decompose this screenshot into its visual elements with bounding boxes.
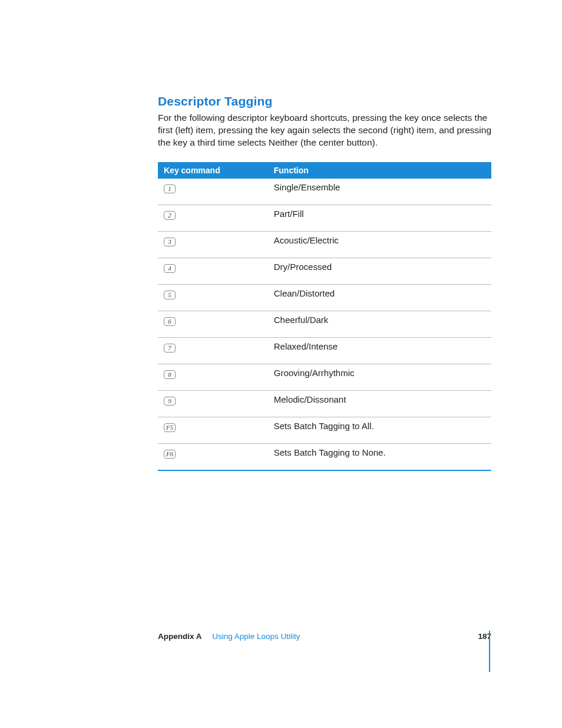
page-content: Descriptor Tagging For the following des… xyxy=(158,94,491,471)
keycap-icon: 2 xyxy=(164,211,176,220)
table-row: 6 Cheerful/Dark xyxy=(158,311,491,337)
keycap-icon: F6 xyxy=(164,450,176,459)
function-cell: Relaxed/Intense xyxy=(268,337,491,364)
col-header-function: Function xyxy=(268,162,491,179)
table-row: 8 Grooving/Arrhythmic xyxy=(158,364,491,390)
function-cell: Cheerful/Dark xyxy=(268,311,491,337)
keycap-icon: 7 xyxy=(164,344,176,353)
table-row: F5 Sets Batch Tagging to All. xyxy=(158,417,491,443)
keycap-icon: 8 xyxy=(164,370,176,379)
keycap-icon: 1 xyxy=(164,185,176,193)
keycap-icon: 4 xyxy=(164,264,176,273)
table-row: 5 Clean/Distorted xyxy=(158,284,491,311)
table-row: 3 Acoustic/Electric xyxy=(158,231,491,258)
col-header-key: Key command xyxy=(158,162,268,179)
function-cell: Dry/Processed xyxy=(268,258,491,284)
section-heading: Descriptor Tagging xyxy=(158,94,491,108)
function-cell: Clean/Distorted xyxy=(268,284,491,311)
keycap-icon: 9 xyxy=(164,397,176,406)
function-cell: Grooving/Arrhythmic xyxy=(268,364,491,390)
table-row: 2 Part/Fill xyxy=(158,205,491,231)
function-cell: Sets Batch Tagging to None. xyxy=(268,443,491,470)
table-row: 4 Dry/Processed xyxy=(158,258,491,284)
keycap-icon: F5 xyxy=(164,423,176,432)
keycap-icon: 3 xyxy=(164,238,176,246)
appendix-title: Using Apple Loops Utility xyxy=(212,632,300,641)
keycap-icon: 5 xyxy=(164,291,176,299)
function-cell: Part/Fill xyxy=(268,205,491,231)
intro-paragraph: For the following descriptor keyboard sh… xyxy=(158,112,491,149)
page-footer: 187 Appendix A Using Apple Loops Utility xyxy=(158,632,491,641)
function-cell: Melodic/Dissonant xyxy=(268,390,491,417)
function-cell: Acoustic/Electric xyxy=(268,231,491,258)
table-row: 7 Relaxed/Intense xyxy=(158,337,491,364)
table-row: F6 Sets Batch Tagging to None. xyxy=(158,443,491,470)
table-row: 9 Melodic/Dissonant xyxy=(158,390,491,417)
footer-side-rule xyxy=(489,631,490,672)
function-cell: Sets Batch Tagging to All. xyxy=(268,417,491,443)
function-cell: Single/Ensemble xyxy=(268,179,491,205)
table-row: 1 Single/Ensemble xyxy=(158,179,491,205)
appendix-label: Appendix A xyxy=(158,632,202,641)
shortcuts-table: Key command Function 1 Single/Ensemble 2… xyxy=(158,162,491,471)
keycap-icon: 6 xyxy=(164,317,176,326)
